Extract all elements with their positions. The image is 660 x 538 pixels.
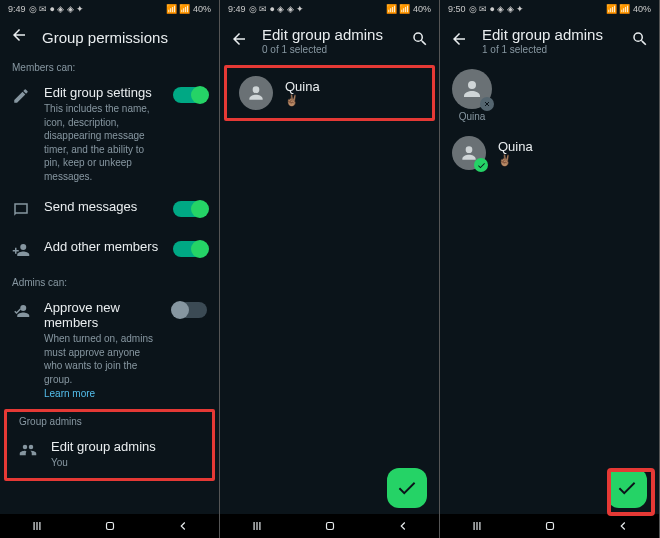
recents-key[interactable] xyxy=(30,519,44,533)
tutorial-highlight xyxy=(607,468,655,516)
member-name: Quina xyxy=(285,79,320,94)
android-navbar xyxy=(440,514,659,538)
appbar: Group permissions xyxy=(0,18,219,56)
appbar: Edit group admins 0 of 1 selected xyxy=(220,18,439,63)
member-status: ✌🏽 xyxy=(285,94,320,107)
status-bar: 9:50◎ ✉ ● ◈ ◈ ✦ 📶 📶 40% xyxy=(440,0,659,18)
person-check-icon xyxy=(12,302,30,324)
checkmark-badge-icon xyxy=(474,158,488,172)
confirm-fab[interactable] xyxy=(387,468,427,508)
member-row-quina[interactable]: Quina ✌🏽 xyxy=(227,68,432,118)
home-key[interactable] xyxy=(543,519,557,533)
back-key[interactable] xyxy=(616,519,630,533)
row-edit-group-admins[interactable]: Edit group admins You xyxy=(7,431,212,478)
row-sub: You xyxy=(51,456,200,470)
page-title: Edit group admins xyxy=(262,26,397,43)
search-icon[interactable] xyxy=(411,30,429,52)
row-title: Edit group admins xyxy=(51,439,200,454)
status-icons-left: ◎ ✉ ● ◈ ◈ ✦ xyxy=(249,4,305,14)
back-icon[interactable] xyxy=(450,30,468,52)
home-key[interactable] xyxy=(323,519,337,533)
recents-key[interactable] xyxy=(470,519,484,533)
search-icon[interactable] xyxy=(631,30,649,52)
section-group-admins: Group admins xyxy=(7,412,212,431)
row-add-members[interactable]: Add other members xyxy=(0,231,219,271)
android-navbar xyxy=(0,514,219,538)
selected-item-quina[interactable]: Quina xyxy=(452,69,492,122)
status-icons-right: 📶 📶 40% xyxy=(606,4,651,14)
row-approve-members[interactable]: Approve new members When turned on, admi… xyxy=(0,292,219,407)
row-title: Send messages xyxy=(44,199,159,214)
row-title: Approve new members xyxy=(44,300,159,330)
back-key[interactable] xyxy=(396,519,410,533)
svg-rect-0 xyxy=(106,523,113,530)
section-members-can: Members can: xyxy=(0,56,219,77)
home-key[interactable] xyxy=(103,519,117,533)
row-edit-group-settings[interactable]: Edit group settings This includes the na… xyxy=(0,77,219,191)
status-bar: 9:49◎ ✉ ● ◈ ◈ ✦ 📶 📶 40% xyxy=(220,0,439,18)
avatar xyxy=(452,136,486,170)
phone-screen-1: 9:49◎ ✉ ● ◈ ◈ ✦ 📶 📶 40% Group permission… xyxy=(0,0,219,538)
toggle-add-members[interactable] xyxy=(173,241,207,257)
page-subtitle: 0 of 1 selected xyxy=(262,44,397,55)
toggle-edit-settings[interactable] xyxy=(173,87,207,103)
status-icons-right: 📶 📶 40% xyxy=(166,4,211,14)
toggle-send-messages[interactable] xyxy=(173,201,207,217)
section-admins-can: Admins can: xyxy=(0,271,219,292)
row-desc: When turned on, admins must approve anyo… xyxy=(44,332,159,386)
tutorial-highlight: Group admins Edit group admins You xyxy=(4,409,215,481)
toggle-approve-members[interactable] xyxy=(173,302,207,318)
page-title: Edit group admins xyxy=(482,26,617,43)
back-key[interactable] xyxy=(176,519,190,533)
person-add-icon xyxy=(12,241,30,263)
chat-icon xyxy=(12,201,30,223)
status-icons-left: ◎ ✉ ● ◈ ◈ ✦ xyxy=(469,4,525,14)
row-title: Edit group settings xyxy=(44,85,159,100)
svg-rect-2 xyxy=(546,523,553,530)
status-time: 9:49 xyxy=(228,4,246,14)
remove-icon[interactable] xyxy=(480,97,494,111)
member-row-quina[interactable]: Quina ✌🏽 xyxy=(440,128,659,178)
pencil-icon xyxy=(12,87,30,109)
status-time: 9:49 xyxy=(8,4,26,14)
back-icon[interactable] xyxy=(230,30,248,52)
phone-screen-3: 9:50◎ ✉ ● ◈ ◈ ✦ 📶 📶 40% Edit group admin… xyxy=(440,0,659,538)
back-icon[interactable] xyxy=(10,26,28,48)
android-navbar xyxy=(220,514,439,538)
tutorial-highlight: Quina ✌🏽 xyxy=(224,65,435,121)
status-time: 9:50 xyxy=(448,4,466,14)
selected-members-strip: Quina xyxy=(440,63,659,128)
status-icons-left: ◎ ✉ ● ◈ ◈ ✦ xyxy=(29,4,85,14)
row-title: Add other members xyxy=(44,239,159,254)
member-name: Quina xyxy=(498,139,533,154)
row-desc: This includes the name, icon, descriptio… xyxy=(44,102,159,183)
svg-rect-1 xyxy=(326,523,333,530)
row-send-messages[interactable]: Send messages xyxy=(0,191,219,231)
page-subtitle: 1 of 1 selected xyxy=(482,44,617,55)
appbar: Edit group admins 1 of 1 selected xyxy=(440,18,659,63)
selected-name: Quina xyxy=(459,111,486,122)
status-icons-right: 📶 📶 40% xyxy=(386,4,431,14)
learn-more-link[interactable]: Learn more xyxy=(44,388,159,399)
page-title: Group permissions xyxy=(42,29,168,46)
avatar xyxy=(452,69,492,109)
phone-screen-2: 9:49◎ ✉ ● ◈ ◈ ✦ 📶 📶 40% Edit group admin… xyxy=(220,0,439,538)
admins-icon xyxy=(19,441,37,463)
avatar xyxy=(239,76,273,110)
member-status: ✌🏽 xyxy=(498,154,533,167)
recents-key[interactable] xyxy=(250,519,264,533)
status-bar: 9:49◎ ✉ ● ◈ ◈ ✦ 📶 📶 40% xyxy=(0,0,219,18)
